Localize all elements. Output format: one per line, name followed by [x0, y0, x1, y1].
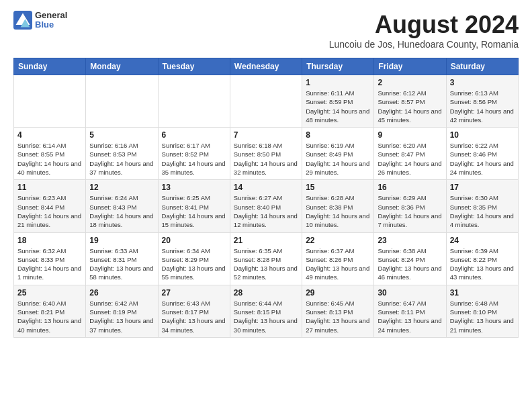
table-row: 15Sunrise: 6:28 AM Sunset: 8:38 PM Dayli… — [302, 180, 374, 232]
day-info: Sunrise: 6:35 AM Sunset: 8:28 PM Dayligh… — [234, 246, 298, 282]
day-number: 31 — [450, 288, 515, 298]
table-row: 8Sunrise: 6:19 AM Sunset: 8:49 PM Daylig… — [302, 128, 374, 180]
table-row — [86, 75, 158, 128]
day-info: Sunrise: 6:40 AM Sunset: 8:21 PM Dayligh… — [17, 299, 82, 334]
table-row: 29Sunrise: 6:45 AM Sunset: 8:13 PM Dayli… — [302, 285, 374, 337]
day-info: Sunrise: 6:38 AM Sunset: 8:24 PM Dayligh… — [378, 246, 442, 282]
table-row: 4Sunrise: 6:14 AM Sunset: 8:55 PM Daylig… — [14, 128, 86, 180]
week-row-2: 4Sunrise: 6:14 AM Sunset: 8:55 PM Daylig… — [14, 128, 519, 180]
table-row: 28Sunrise: 6:44 AM Sunset: 8:15 PM Dayli… — [230, 285, 302, 337]
logo-general-label: General — [35, 11, 67, 20]
logo-icon — [13, 11, 32, 30]
day-info: Sunrise: 6:16 AM Sunset: 8:53 PM Dayligh… — [89, 141, 154, 177]
day-number: 17 — [450, 183, 515, 192]
table-row: 31Sunrise: 6:48 AM Sunset: 8:10 PM Dayli… — [446, 285, 518, 337]
week-row-4: 18Sunrise: 6:32 AM Sunset: 8:33 PM Dayli… — [14, 232, 519, 285]
table-row: 13Sunrise: 6:25 AM Sunset: 8:41 PM Dayli… — [158, 180, 230, 232]
day-number: 19 — [89, 236, 154, 245]
logo-text: General Blue — [35, 11, 67, 30]
day-number: 7 — [234, 130, 298, 140]
day-number: 28 — [234, 288, 298, 298]
table-row — [230, 75, 302, 128]
header-sunday: Sunday — [14, 58, 86, 75]
table-row: 25Sunrise: 6:40 AM Sunset: 8:21 PM Dayli… — [14, 285, 86, 337]
day-number: 10 — [450, 130, 515, 140]
day-info: Sunrise: 6:24 AM Sunset: 8:43 PM Dayligh… — [89, 193, 154, 229]
day-number: 3 — [450, 78, 515, 87]
day-info: Sunrise: 6:23 AM Sunset: 8:44 PM Dayligh… — [17, 193, 82, 229]
day-number: 24 — [450, 236, 515, 245]
week-row-5: 25Sunrise: 6:40 AM Sunset: 8:21 PM Dayli… — [14, 285, 519, 337]
day-info: Sunrise: 6:43 AM Sunset: 8:17 PM Dayligh… — [162, 299, 226, 334]
day-info: Sunrise: 6:11 AM Sunset: 8:59 PM Dayligh… — [306, 89, 370, 124]
day-number: 2 — [378, 78, 442, 87]
table-row: 18Sunrise: 6:32 AM Sunset: 8:33 PM Dayli… — [14, 232, 86, 285]
table-row: 3Sunrise: 6:13 AM Sunset: 8:56 PM Daylig… — [446, 75, 518, 128]
day-info: Sunrise: 6:47 AM Sunset: 8:11 PM Dayligh… — [378, 299, 442, 334]
day-info: Sunrise: 6:48 AM Sunset: 8:10 PM Dayligh… — [450, 299, 515, 334]
day-info: Sunrise: 6:28 AM Sunset: 8:38 PM Dayligh… — [306, 193, 370, 229]
table-row: 6Sunrise: 6:17 AM Sunset: 8:52 PM Daylig… — [158, 128, 230, 180]
header-friday: Friday — [374, 58, 446, 75]
day-number: 26 — [89, 288, 154, 298]
day-number: 30 — [378, 288, 442, 298]
day-number: 22 — [306, 236, 370, 245]
day-number: 12 — [89, 183, 154, 192]
month-title: August 2024 — [329, 11, 519, 39]
header-tuesday: Tuesday — [158, 58, 230, 75]
header-wednesday: Wednesday — [230, 58, 302, 75]
page: General Blue August 2024 Luncoiu de Jos,… — [0, 0, 532, 411]
day-number: 5 — [89, 130, 154, 140]
table-row: 17Sunrise: 6:30 AM Sunset: 8:35 PM Dayli… — [446, 180, 518, 232]
table-row: 30Sunrise: 6:47 AM Sunset: 8:11 PM Dayli… — [374, 285, 446, 337]
day-info: Sunrise: 6:34 AM Sunset: 8:29 PM Dayligh… — [162, 246, 226, 282]
table-row: 14Sunrise: 6:27 AM Sunset: 8:40 PM Dayli… — [230, 180, 302, 232]
day-info: Sunrise: 6:44 AM Sunset: 8:15 PM Dayligh… — [234, 299, 298, 334]
day-info: Sunrise: 6:18 AM Sunset: 8:50 PM Dayligh… — [234, 141, 298, 177]
table-row: 10Sunrise: 6:22 AM Sunset: 8:46 PM Dayli… — [446, 128, 518, 180]
day-info: Sunrise: 6:19 AM Sunset: 8:49 PM Dayligh… — [306, 141, 370, 177]
day-number: 13 — [162, 183, 226, 192]
table-row: 12Sunrise: 6:24 AM Sunset: 8:43 PM Dayli… — [86, 180, 158, 232]
header: General Blue August 2024 Luncoiu de Jos,… — [13, 11, 519, 55]
day-info: Sunrise: 6:17 AM Sunset: 8:52 PM Dayligh… — [162, 141, 226, 177]
day-number: 29 — [306, 288, 370, 298]
day-info: Sunrise: 6:14 AM Sunset: 8:55 PM Dayligh… — [17, 141, 82, 177]
day-number: 14 — [234, 183, 298, 192]
day-info: Sunrise: 6:37 AM Sunset: 8:26 PM Dayligh… — [306, 246, 370, 282]
day-info: Sunrise: 6:22 AM Sunset: 8:46 PM Dayligh… — [450, 141, 515, 177]
table-row: 1Sunrise: 6:11 AM Sunset: 8:59 PM Daylig… — [302, 75, 374, 128]
day-number: 1 — [306, 78, 370, 87]
calendar-header-row: Sunday Monday Tuesday Wednesday Thursday… — [14, 58, 519, 75]
day-info: Sunrise: 6:32 AM Sunset: 8:33 PM Dayligh… — [17, 246, 82, 282]
day-number: 8 — [306, 130, 370, 140]
table-row: 11Sunrise: 6:23 AM Sunset: 8:44 PM Dayli… — [14, 180, 86, 232]
calendar-table: Sunday Monday Tuesday Wednesday Thursday… — [13, 58, 519, 338]
day-info: Sunrise: 6:27 AM Sunset: 8:40 PM Dayligh… — [234, 193, 298, 229]
table-row: 20Sunrise: 6:34 AM Sunset: 8:29 PM Dayli… — [158, 232, 230, 285]
logo-blue-label: Blue — [35, 20, 67, 30]
day-number: 27 — [162, 288, 226, 298]
table-row: 22Sunrise: 6:37 AM Sunset: 8:26 PM Dayli… — [302, 232, 374, 285]
week-row-1: 1Sunrise: 6:11 AM Sunset: 8:59 PM Daylig… — [14, 75, 519, 128]
day-number: 16 — [378, 183, 442, 192]
header-saturday: Saturday — [446, 58, 518, 75]
day-info: Sunrise: 6:12 AM Sunset: 8:57 PM Dayligh… — [378, 89, 442, 124]
table-row: 5Sunrise: 6:16 AM Sunset: 8:53 PM Daylig… — [86, 128, 158, 180]
day-number: 4 — [17, 130, 82, 140]
day-info: Sunrise: 6:39 AM Sunset: 8:22 PM Dayligh… — [450, 246, 515, 282]
day-number: 9 — [378, 130, 442, 140]
table-row: 26Sunrise: 6:42 AM Sunset: 8:19 PM Dayli… — [86, 285, 158, 337]
day-number: 15 — [306, 183, 370, 192]
table-row: 24Sunrise: 6:39 AM Sunset: 8:22 PM Dayli… — [446, 232, 518, 285]
table-row: 16Sunrise: 6:29 AM Sunset: 8:36 PM Dayli… — [374, 180, 446, 232]
table-row: 19Sunrise: 6:33 AM Sunset: 8:31 PM Dayli… — [86, 232, 158, 285]
day-number: 20 — [162, 236, 226, 245]
day-number: 11 — [17, 183, 82, 192]
header-thursday: Thursday — [302, 58, 374, 75]
day-info: Sunrise: 6:29 AM Sunset: 8:36 PM Dayligh… — [378, 193, 442, 229]
table-row: 2Sunrise: 6:12 AM Sunset: 8:57 PM Daylig… — [374, 75, 446, 128]
day-info: Sunrise: 6:33 AM Sunset: 8:31 PM Dayligh… — [89, 246, 154, 282]
table-row: 7Sunrise: 6:18 AM Sunset: 8:50 PM Daylig… — [230, 128, 302, 180]
table-row: 9Sunrise: 6:20 AM Sunset: 8:47 PM Daylig… — [374, 128, 446, 180]
